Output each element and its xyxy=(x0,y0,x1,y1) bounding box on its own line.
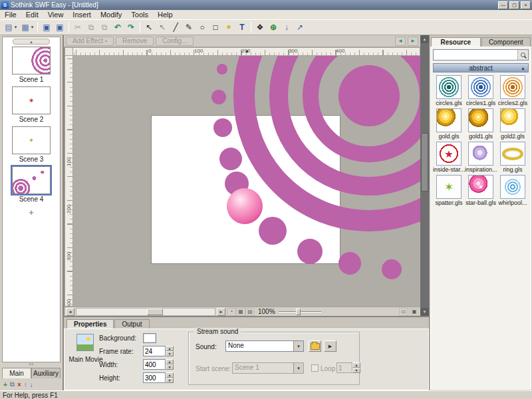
wand-tool-button[interactable]: ✶ xyxy=(222,21,235,34)
scene-item-4[interactable]: Scene 4 xyxy=(12,166,51,203)
cut-button[interactable]: ✂ xyxy=(71,21,84,34)
resource-item-spatter[interactable]: ✶ spatter.gls xyxy=(433,175,465,206)
resource-item-circles[interactable]: circles.gls xyxy=(433,75,465,106)
category-header-abstract[interactable]: abstract ▲ xyxy=(433,63,529,72)
vertical-scrollbar[interactable]: ▲ ▼ xyxy=(420,35,429,316)
move-scene-up-button[interactable]: ↑ xyxy=(24,381,27,388)
canvas[interactable] xyxy=(73,56,420,307)
horizontal-scrollbar-thumb[interactable] xyxy=(147,309,163,315)
undo-button[interactable]: ↶ xyxy=(111,21,124,34)
menu-modify[interactable]: Modify xyxy=(96,10,126,19)
tab-main[interactable]: Main xyxy=(2,368,31,378)
collapse-panel-icon[interactable]: ▾▾ xyxy=(2,362,61,366)
copy-button[interactable]: ⧉ xyxy=(84,21,98,34)
playhead-marker[interactable]: ▼ xyxy=(245,49,249,54)
resource-thumbnail[interactable]: ★ xyxy=(436,142,462,166)
height-input[interactable] xyxy=(143,372,166,383)
ellipse-tool-button[interactable]: ○ xyxy=(196,21,209,34)
add-scene-inline-button[interactable]: + xyxy=(29,207,34,217)
add-effect-button[interactable]: Add Effect ▾ xyxy=(66,37,114,46)
horizontal-scrollbar[interactable] xyxy=(76,308,215,316)
text-tool-button[interactable]: T xyxy=(235,21,249,34)
duplicate-scene-button[interactable]: ⧉ xyxy=(10,380,15,388)
width-stepper[interactable]: ▲▼ xyxy=(166,359,174,370)
resource-thumbnail[interactable]: ★ xyxy=(468,175,493,199)
resource-item-gold2[interactable]: gold2.gls xyxy=(497,108,529,140)
frame-rate-stepper[interactable]: ▲▼ xyxy=(166,346,174,356)
remove-effect-button[interactable]: Remove xyxy=(116,37,154,46)
tab-output[interactable]: Output xyxy=(114,319,149,329)
preview-globe-button[interactable]: ⊕ xyxy=(267,21,280,34)
scroll-up-button[interactable]: ▲ xyxy=(420,35,429,43)
config-effect-button[interactable]: Config... xyxy=(156,37,194,46)
menu-help[interactable]: Help xyxy=(153,10,178,19)
pen-tool-button[interactable]: ✎ xyxy=(182,21,196,34)
canvas-artwork[interactable] xyxy=(73,56,420,307)
scroll-left-button[interactable]: ◄ xyxy=(66,308,74,316)
publish-button[interactable]: ↗ xyxy=(293,21,307,34)
chevron-down-icon[interactable]: ▼ xyxy=(293,341,303,351)
scene-item-3[interactable]: ✶ Scene 3 xyxy=(12,126,51,163)
zoom-slider-thumb[interactable] xyxy=(296,309,301,315)
scene-item-2[interactable]: ✶ Scene 2 xyxy=(12,86,51,123)
scene-item-1[interactable]: Scene 1 xyxy=(12,47,51,83)
resource-thumbnail[interactable] xyxy=(468,75,493,99)
tab-auxiliary[interactable]: Auxiliary xyxy=(31,368,61,378)
tab-properties[interactable]: Properties xyxy=(66,319,114,329)
resource-thumbnail[interactable] xyxy=(436,75,462,99)
resource-thumbnail[interactable] xyxy=(500,108,525,132)
scene-scroll-up-button[interactable]: ▲ xyxy=(13,39,50,45)
preview-time-button[interactable]: ◔ xyxy=(227,308,236,316)
resource-thumbnail[interactable] xyxy=(436,108,462,132)
new-document-dropdown-icon[interactable]: ▾ xyxy=(13,21,19,34)
rectangle-tool-button[interactable]: □ xyxy=(209,21,222,34)
menu-tools[interactable]: Tools xyxy=(126,10,153,19)
minimize-button[interactable]: — xyxy=(498,1,508,9)
resource-item-circles1[interactable]: circles1.gls xyxy=(465,75,497,106)
resource-thumbnail[interactable] xyxy=(500,75,525,99)
select-tool-button[interactable]: ↖ xyxy=(142,21,156,34)
hand-tool-button[interactable]: ❖ xyxy=(253,21,267,34)
move-scene-down-button[interactable]: ↓ xyxy=(30,381,33,388)
scene-thumbnail[interactable] xyxy=(12,166,51,194)
actual-size-button[interactable]: ▣ xyxy=(410,308,419,316)
tab-component[interactable]: Component xyxy=(481,37,531,47)
vertical-scrollbar-track[interactable] xyxy=(420,43,429,308)
resource-item-inspiration[interactable]: inspiration... xyxy=(465,142,497,173)
play-sound-button[interactable]: ▶ xyxy=(324,340,336,352)
add-scene-button[interactable]: + xyxy=(3,381,7,388)
menu-insert[interactable]: Insert xyxy=(68,10,96,19)
resource-item-star-ball[interactable]: ★ star-ball.gls xyxy=(465,175,497,206)
effect-prev-button[interactable]: ◄ xyxy=(395,37,406,46)
page-view-button[interactable]: ▤ xyxy=(245,308,255,316)
scene-thumbnail[interactable]: ✶ xyxy=(12,86,51,114)
background-color-swatch[interactable] xyxy=(143,333,156,343)
template-dropdown-icon[interactable]: ▾ xyxy=(29,21,35,34)
resource-item-inside-star[interactable]: ★ inside-star... xyxy=(433,142,465,173)
browse-sound-button[interactable] xyxy=(309,340,321,352)
collapse-category-icon[interactable]: ▲ xyxy=(521,66,525,70)
scene-thumbnail[interactable]: ✶ xyxy=(12,126,51,154)
subselect-tool-button[interactable]: ↖ xyxy=(156,21,169,34)
tab-resource[interactable]: Resource xyxy=(431,37,481,47)
resource-search-input[interactable] xyxy=(434,50,517,60)
line-tool-button[interactable]: ╱ xyxy=(169,21,182,34)
fit-window-button[interactable]: ▭ xyxy=(399,308,408,316)
close-button[interactable]: × xyxy=(521,1,531,9)
resource-thumbnail[interactable]: ✶ xyxy=(436,175,462,199)
scroll-right-button[interactable]: ► xyxy=(217,308,225,316)
vertical-scrollbar-thumb[interactable] xyxy=(421,133,428,192)
scene-thumbnail[interactable] xyxy=(12,47,51,74)
export-movie-button[interactable]: ↓ xyxy=(280,21,293,34)
zoom-slider[interactable] xyxy=(279,308,321,316)
resource-item-ring[interactable]: ring.gls xyxy=(497,142,529,173)
save-all-button[interactable]: ▣ xyxy=(53,21,66,34)
save-button[interactable]: ▣ xyxy=(40,21,53,34)
resource-item-gold[interactable]: gold.gls xyxy=(433,108,465,140)
effect-next-button[interactable]: ► xyxy=(408,37,418,46)
search-button[interactable] xyxy=(517,50,528,60)
resource-thumbnail[interactable] xyxy=(468,108,493,132)
resource-thumbnail[interactable] xyxy=(500,175,525,199)
resource-thumbnail[interactable] xyxy=(500,142,525,166)
resource-thumbnail[interactable] xyxy=(468,142,493,166)
